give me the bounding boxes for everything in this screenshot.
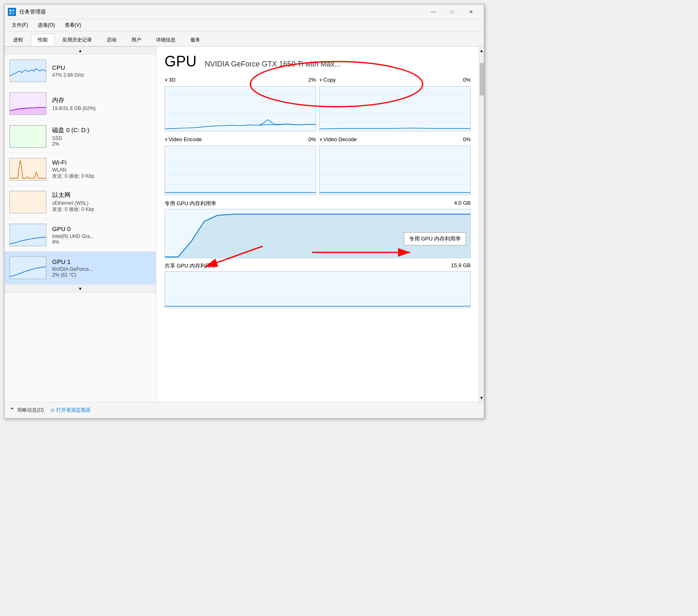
gpu0-label: GPU 0 bbox=[52, 225, 151, 232]
wifi-detail1: WLAN bbox=[52, 167, 151, 173]
maximize-button[interactable]: □ bbox=[443, 5, 462, 19]
tab-process[interactable]: 进程 bbox=[6, 34, 30, 46]
menu-view[interactable]: 查看(V) bbox=[61, 20, 85, 30]
charts-row-1 bbox=[165, 86, 471, 131]
decode-chart bbox=[319, 146, 471, 195]
summary-label: 简略信息(D) bbox=[17, 407, 44, 414]
sidebar-item-gpu1[interactable]: GPU 1 NVIDIA GeForce... 2% (61 °C) bbox=[5, 252, 156, 284]
shared-gpu-mem-container: 共享 GPU 内存利用率 15.9 GB bbox=[165, 262, 471, 308]
eth-detail1: vEthernet (WSL) bbox=[52, 200, 151, 206]
scroll-down-arrow[interactable]: ▼ bbox=[5, 284, 156, 293]
gpu-name-text: NVIDIA GeForce GTX 1650 Ti with Max... bbox=[205, 60, 341, 69]
sidebar-item-gpu0[interactable]: GPU 0 Intel(R) UHD Gra... 9% bbox=[5, 219, 156, 252]
gpu0-info: GPU 0 Intel(R) UHD Gra... 9% bbox=[52, 225, 151, 245]
svg-rect-10 bbox=[10, 191, 46, 213]
dedicated-gpu-mem-value: 4.0 GB bbox=[454, 200, 471, 207]
main-content: ▲ CPU 47% 2.68 GHz bbox=[5, 46, 484, 402]
tab-bar: 进程 性能 应用历史记录 启动 用户 详细信息 服务 bbox=[5, 32, 484, 46]
summary-toggle[interactable]: ⌃ 简略信息(D) bbox=[9, 406, 44, 414]
sidebar-item-ethernet[interactable]: 以太网 vEthernet (WSL) 发送: 0 接收: 0 Kbp bbox=[5, 186, 156, 219]
menu-bar: 文件(F) 选项(O) 查看(V) bbox=[5, 19, 484, 32]
gpu1-info: GPU 1 NVIDIA GeForce... 2% (61 °C) bbox=[52, 258, 151, 278]
title-bar: 任务管理器 — □ ✕ bbox=[5, 5, 484, 19]
tab-app-history[interactable]: 应用历史记录 bbox=[55, 34, 99, 46]
3d-chart bbox=[165, 86, 316, 131]
charts-row-2 bbox=[165, 146, 471, 195]
menu-file[interactable]: 文件(F) bbox=[8, 20, 32, 30]
decode-chart-value: 0% bbox=[463, 136, 471, 142]
detail-header: GPU NVIDIA GeForce GTX 1650 Ti with Max.… bbox=[165, 53, 471, 70]
mem-label: 内存 bbox=[52, 96, 151, 104]
dedicated-gpu-mem-container: 专用 GPU 内存利用率 4.0 GB bbox=[165, 200, 471, 258]
3d-chart-title: 3D bbox=[169, 77, 176, 83]
mem-detail: 19.8/31.8 GB (62%) bbox=[52, 105, 151, 111]
task-manager-window: 任务管理器 — □ ✕ 文件(F) 选项(O) 查看(V) 进程 性能 应用历史… bbox=[4, 4, 484, 419]
decode-label-row: ∨ Video Decode 0% bbox=[319, 136, 471, 144]
copy-label-row: ∨ Copy 0% bbox=[319, 77, 471, 85]
tab-details[interactable]: 详细信息 bbox=[149, 34, 183, 46]
dedicated-gpu-mem-header: 专用 GPU 内存利用率 4.0 GB bbox=[165, 200, 471, 207]
decode-chart-title: Video Decode bbox=[323, 136, 357, 142]
sidebar-item-disk[interactable]: 磁盘 0 (C: D:) SSD 2% bbox=[5, 120, 156, 153]
window-controls: — □ ✕ bbox=[424, 5, 481, 19]
wifi-mini-chart bbox=[9, 158, 46, 181]
svg-rect-2 bbox=[9, 12, 11, 14]
encode-chart bbox=[165, 146, 316, 195]
shared-gpu-mem-chart bbox=[165, 271, 471, 308]
shared-gpu-mem-header: 共享 GPU 内存利用率 15.9 GB bbox=[165, 262, 471, 270]
summary-arrow-icon: ⌃ bbox=[9, 406, 15, 414]
minimize-button[interactable]: — bbox=[424, 5, 443, 19]
close-button[interactable]: ✕ bbox=[462, 5, 481, 19]
menu-options[interactable]: 选项(O) bbox=[34, 20, 59, 30]
svg-rect-23 bbox=[165, 146, 316, 195]
sidebar-item-wifi[interactable]: Wi-Fi WLAN 发送: 0 接收: 0 Kbp bbox=[5, 153, 156, 186]
tab-services[interactable]: 服务 bbox=[183, 34, 207, 46]
gpu0-detail1: Intel(R) UHD Gra... bbox=[52, 234, 151, 239]
chevron-encode-icon: ∨ bbox=[165, 137, 168, 142]
gpu1-mini-chart bbox=[9, 256, 46, 279]
3d-chart-value: 2% bbox=[308, 77, 316, 83]
tab-performance[interactable]: 性能 bbox=[31, 34, 55, 46]
eth-mini-chart bbox=[9, 191, 46, 213]
open-monitor-label: 打开资源监视器 bbox=[56, 407, 91, 414]
sidebar-item-cpu[interactable]: CPU 47% 2.68 GHz bbox=[5, 55, 156, 87]
chevron-3d-icon: ∨ bbox=[165, 77, 168, 82]
wifi-info: Wi-Fi WLAN 发送: 0 接收: 0 Kbp bbox=[52, 159, 151, 180]
sidebar: ▲ CPU 47% 2.68 GHz bbox=[5, 46, 156, 402]
charts-row-1-labels: ∨ 3D 2% ∨ Copy 0% bbox=[165, 77, 471, 85]
disk-mini-chart bbox=[9, 125, 46, 148]
svg-rect-28 bbox=[320, 146, 470, 195]
disk-label: 磁盘 0 (C: D:) bbox=[52, 126, 151, 134]
tab-users[interactable]: 用户 bbox=[124, 34, 148, 46]
scrollbar-thumb[interactable] bbox=[480, 63, 484, 96]
scroll-up-arrow[interactable]: ▲ bbox=[5, 46, 156, 55]
gpu0-mini-chart bbox=[9, 224, 46, 246]
cpu-info: CPU 47% 2.68 GHz bbox=[52, 64, 151, 78]
3d-label-row: ∨ 3D 2% bbox=[165, 77, 316, 85]
open-resource-monitor[interactable]: ⊙ 打开资源监视器 bbox=[50, 407, 91, 414]
shared-gpu-mem-value: 15.9 GB bbox=[451, 262, 471, 270]
svg-rect-12 bbox=[10, 257, 46, 279]
eth-detail2: 发送: 0 接收: 0 Kbp bbox=[52, 206, 151, 213]
app-icon bbox=[8, 8, 16, 16]
disk-detail2: 2% bbox=[52, 141, 151, 147]
copy-chart bbox=[319, 86, 471, 131]
disk-info: 磁盘 0 (C: D:) SSD 2% bbox=[52, 126, 151, 147]
sidebar-item-memory[interactable]: 内存 19.8/31.8 GB (62%) bbox=[5, 87, 156, 120]
wifi-detail2: 发送: 0 接收: 0 Kbp bbox=[52, 173, 151, 180]
copy-chart-title: Copy bbox=[323, 77, 336, 83]
svg-rect-7 bbox=[10, 126, 46, 147]
scrollbar-up-arrow[interactable]: ▲ bbox=[479, 46, 484, 55]
scrollbar-down-arrow[interactable]: ▼ bbox=[479, 394, 484, 402]
cpu-detail: 47% 2.68 GHz bbox=[52, 72, 151, 78]
gpu1-detail1: NVIDIA GeForce... bbox=[52, 266, 151, 272]
cpu-mini-chart bbox=[9, 60, 46, 82]
detail-scrollbar[interactable]: ▲ ▼ bbox=[479, 46, 484, 402]
window-title: 任务管理器 bbox=[19, 8, 424, 16]
svg-rect-3 bbox=[12, 12, 14, 14]
dedicated-gpu-mem-chart: 专用 GPU 内存利用率 bbox=[165, 209, 471, 258]
encode-chart-value: 0% bbox=[308, 136, 316, 142]
tab-startup[interactable]: 启动 bbox=[100, 34, 124, 46]
mem-mini-chart bbox=[9, 92, 46, 115]
monitor-icon: ⊙ bbox=[50, 408, 55, 413]
